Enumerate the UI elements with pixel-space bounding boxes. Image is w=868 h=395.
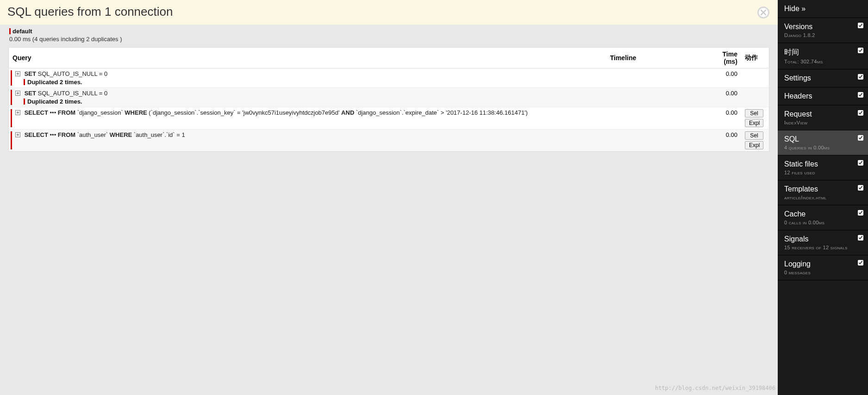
sidebar-item-title: Hide » <box>784 5 862 13</box>
sidebar-item-checkbox[interactable] <box>858 92 863 98</box>
sidebar-item-request[interactable]: RequestIndexView <box>778 105 868 130</box>
sidebar-item-versions[interactable]: VersionsDjango 1.8.2 <box>778 18 868 43</box>
sidebar-item-title: Settings <box>784 74 862 82</box>
time-cell: 0.00 <box>709 107 741 130</box>
watermark: http://blog.csdn.net/weixin_39198406 <box>655 385 775 391</box>
sidebar-item-static-files[interactable]: Static files12 files used <box>778 155 868 180</box>
sql-text: SET SQL_AUTO_IS_NULL = 0 <box>25 70 108 77</box>
sidebar-item-title: Headers <box>784 92 862 100</box>
status-bar <box>11 109 12 127</box>
sidebar-item-title: Cache <box>784 210 862 218</box>
table-row: + SET SQL_AUTO_IS_NULL = 0 Duplicated 2 … <box>9 88 769 107</box>
action-cell <box>741 68 769 88</box>
expl-button[interactable]: Expl <box>745 119 763 127</box>
table-row: + SELECT ••• FROM `django_session` WHERE… <box>9 107 769 130</box>
sidebar-item-subtitle: 12 files used <box>784 170 862 175</box>
sql-text: SET SQL_AUTO_IS_NULL = 0 <box>25 90 108 97</box>
sql-text: SELECT ••• FROM `django_session` WHERE (… <box>25 109 528 116</box>
sel-button[interactable]: Sel <box>745 131 763 140</box>
connection-summary: 0.00 ms (4 queries including 2 duplicate… <box>9 36 768 43</box>
table-row: + SELECT ••• FROM `auth_user` WHERE `aut… <box>9 130 769 152</box>
sidebar-item-subtitle: IndexView <box>784 120 862 125</box>
sidebar-item-hide-[interactable]: Hide » <box>778 0 868 18</box>
expl-button[interactable]: Expl <box>745 141 763 149</box>
expand-icon[interactable]: + <box>15 71 20 76</box>
time-cell: 0.00 <box>709 68 741 88</box>
sidebar-item-subtitle: 15 receivers of 12 signals <box>784 245 862 250</box>
sidebar-item-checkbox[interactable] <box>858 260 863 265</box>
sidebar-item-checkbox[interactable] <box>858 235 863 241</box>
sidebar-item-subtitle: 0 messages <box>784 270 862 275</box>
sidebar-item-subtitle: 0 calls in 0.00ms <box>784 220 862 225</box>
connection-name: default <box>9 28 768 35</box>
panel-title: SQL queries from 1 connection <box>7 5 770 19</box>
duplicated-badge: Duplicated 2 times. <box>24 79 534 86</box>
sidebar-item-checkbox[interactable] <box>858 110 863 116</box>
expand-icon[interactable]: + <box>15 110 20 115</box>
time-cell: 0.00 <box>709 130 741 152</box>
sidebar-item-subtitle: 4 queries in 0.00ms <box>784 145 862 150</box>
timeline-cell <box>537 68 709 88</box>
sidebar-item-title: SQL <box>784 135 862 143</box>
sidebar-item-cache[interactable]: Cache0 calls in 0.00ms <box>778 205 868 230</box>
sidebar-item-checkbox[interactable] <box>858 23 863 28</box>
expand-icon[interactable]: + <box>15 132 20 137</box>
action-cell <box>741 88 769 107</box>
sidebar-item-checkbox[interactable] <box>858 185 863 191</box>
sidebar-item-subtitle: Django 1.8.2 <box>784 32 862 38</box>
close-icon <box>761 10 766 15</box>
sidebar-item-checkbox[interactable] <box>858 135 863 141</box>
sidebar-item-title: Versions <box>784 23 862 31</box>
sidebar-item-logging[interactable]: Logging0 messages <box>778 255 868 280</box>
sidebar-item-checkbox[interactable] <box>858 210 863 216</box>
sidebar-item-title: Logging <box>784 260 862 268</box>
time-cell: 0.00 <box>709 88 741 107</box>
col-timeline: Timeline <box>537 48 709 68</box>
status-bar <box>11 131 12 149</box>
sidebar-item-sql[interactable]: SQL4 queries in 0.00ms <box>778 130 868 155</box>
timeline-cell <box>537 88 709 107</box>
sidebar-item-subtitle: Total: 302.74ms <box>784 59 862 64</box>
timeline-cell <box>537 130 709 152</box>
duplicated-badge: Duplicated 2 times. <box>24 98 534 105</box>
close-button[interactable] <box>757 6 769 19</box>
sidebar-item-title: Request <box>784 110 862 118</box>
table-row: + SET SQL_AUTO_IS_NULL = 0 Duplicated 2 … <box>9 68 769 88</box>
panel-header: SQL queries from 1 connection <box>0 0 778 25</box>
sidebar-item-settings[interactable]: Settings <box>778 69 868 87</box>
debug-toolbar-sidebar: Hide »VersionsDjango 1.8.2时间Total: 302.7… <box>778 0 868 395</box>
col-query: Query <box>9 48 537 68</box>
sidebar-item-subtitle: article/index.html <box>784 195 862 200</box>
status-bar <box>11 90 12 105</box>
sidebar-item-title: Templates <box>784 185 862 193</box>
status-bar <box>11 70 12 86</box>
timeline-cell <box>537 107 709 130</box>
expand-icon[interactable]: + <box>15 91 20 96</box>
connection-block: default 0.00 ms (4 queries including 2 d… <box>0 25 778 47</box>
col-action: 动作 <box>741 48 769 68</box>
sql-text: SELECT ••• FROM `auth_user` WHERE `auth_… <box>25 131 185 138</box>
sidebar-item-title: Signals <box>784 235 862 243</box>
sidebar-item-title: 时间 <box>784 48 862 57</box>
sel-button[interactable]: Sel <box>745 109 763 117</box>
sidebar-item-signals[interactable]: Signals15 receivers of 12 signals <box>778 230 868 255</box>
sidebar-item-templates[interactable]: Templatesarticle/index.html <box>778 180 868 205</box>
sidebar-item-title: Static files <box>784 160 862 168</box>
sidebar-item-headers[interactable]: Headers <box>778 87 868 105</box>
sidebar-item--[interactable]: 时间Total: 302.74ms <box>778 43 868 69</box>
sql-table: Query Timeline Time (ms) 动作 + SET SQL_AU… <box>8 47 769 152</box>
col-time: Time (ms) <box>709 48 741 68</box>
sidebar-item-checkbox[interactable] <box>858 48 863 53</box>
sidebar-item-checkbox[interactable] <box>858 74 863 80</box>
sidebar-item-checkbox[interactable] <box>858 160 863 166</box>
